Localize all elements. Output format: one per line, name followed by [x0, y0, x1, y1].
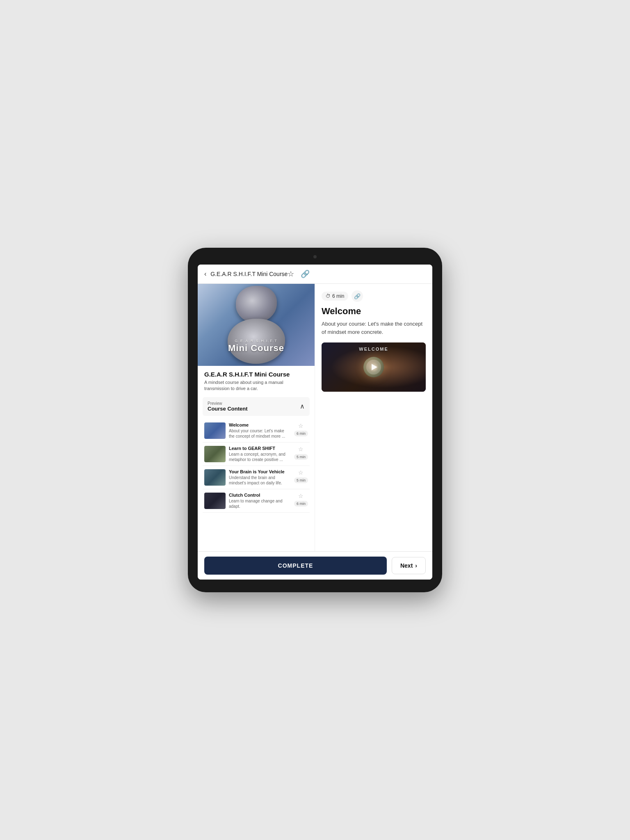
- nav-title: G.E.A.R S.H.I.F.T Mini Course: [210, 271, 288, 277]
- lesson-title: Welcome: [229, 422, 291, 427]
- content-header-text: Preview Course Content: [208, 401, 248, 412]
- lesson-details: Clutch Control Learn to manage change an…: [229, 493, 291, 509]
- tablet-camera: [313, 255, 317, 258]
- collapse-icon[interactable]: ∧: [300, 402, 305, 410]
- lesson-actions: ☆ 6 min: [294, 422, 308, 436]
- lesson-actions: ☆ 5 min: [294, 469, 308, 483]
- lesson-thumbnail-clutch: [204, 493, 226, 509]
- lesson-thumbnail-gear: [204, 446, 226, 462]
- course-name: G.E.A.R S.H.I.F.T Mini Course: [204, 371, 308, 378]
- back-button[interactable]: ‹ G.E.A.R S.H.I.F.T Mini Course: [204, 270, 288, 278]
- star-button[interactable]: ☆: [298, 469, 304, 476]
- lesson-details: Your Brain is Your Vehicle Understand th…: [229, 469, 291, 486]
- lesson-title: Your Brain is Your Vehicle: [229, 469, 291, 474]
- play-button[interactable]: [366, 360, 381, 374]
- course-description: A mindset course about using a manual tr…: [204, 379, 308, 392]
- tablet-screen: ‹ G.E.A.R S.H.I.F.T Mini Course ☆ 🔗: [198, 265, 432, 580]
- next-chevron-icon: ›: [415, 562, 417, 569]
- complete-button[interactable]: COMPLETE: [204, 557, 387, 575]
- lesson-thumbnail-welcome: [204, 422, 226, 439]
- hero-title: Mini Course: [228, 343, 284, 354]
- course-content-section: Preview Course Content ∧ Welcome About y…: [198, 397, 315, 518]
- lesson-actions: ☆ 5 min: [294, 446, 308, 460]
- content-section-title: Course Content: [208, 406, 248, 412]
- lesson-item[interactable]: Welcome About your course: Let's make th…: [203, 419, 310, 443]
- lesson-description: Learn to manage change and adapt.: [229, 498, 291, 509]
- lesson-item[interactable]: Learn to GEAR SHIFT Learn a concept, acr…: [203, 443, 310, 466]
- duration-pill: ⏱ 6 min: [322, 292, 348, 301]
- lesson-item[interactable]: Your Brain is Your Vehicle Understand th…: [203, 466, 310, 489]
- tablet-device: ‹ G.E.A.R S.H.I.F.T Mini Course ☆ 🔗: [188, 248, 442, 592]
- star-button[interactable]: ☆: [298, 422, 304, 429]
- course-info: G.E.A.R S.H.I.F.T Mini Course A mindset …: [198, 366, 315, 397]
- lesson-item[interactable]: Clutch Control Learn to manage change an…: [203, 489, 310, 513]
- content-area: G.E.A.R S.H.I.F.T Mini Course G.E.A.R S.…: [198, 284, 432, 551]
- lesson-title: Learn to GEAR SHIFT: [229, 446, 291, 451]
- video-welcome-text: WELCOME: [359, 347, 388, 352]
- star-button[interactable]: ☆: [298, 493, 304, 499]
- back-icon: ‹: [204, 270, 206, 278]
- lesson-details: Learn to GEAR SHIFT Learn a concept, acr…: [229, 446, 291, 462]
- next-label: Next: [400, 562, 413, 569]
- duration-badge: 5 min: [294, 477, 308, 483]
- lesson-meta: ⏱ 6 min 🔗: [322, 290, 426, 302]
- video-thumbnail[interactable]: WELCOME: [322, 342, 426, 392]
- content-header: Preview Course Content ∧: [203, 397, 310, 416]
- lesson-description: Learn a concept, acronym, and metaphor t…: [229, 452, 291, 462]
- meta-duration-text: 6 min: [332, 293, 344, 299]
- nav-actions: ☆ 🔗: [288, 269, 310, 278]
- preview-label: Preview: [208, 401, 248, 406]
- hero-rocks: [198, 284, 315, 366]
- nav-bar: ‹ G.E.A.R S.H.I.F.T Mini Course ☆ 🔗: [198, 265, 432, 284]
- duration-badge: 6 min: [294, 501, 308, 507]
- next-button[interactable]: Next ›: [392, 557, 426, 574]
- star-button[interactable]: ☆: [298, 446, 304, 452]
- play-triangle-icon: [372, 364, 377, 370]
- hero-text-overlay: G.E.A.R S.H.I.F.T Mini Course: [228, 339, 284, 354]
- lesson-heading: Welcome: [322, 306, 426, 317]
- left-panel: G.E.A.R S.H.I.F.T Mini Course G.E.A.R S.…: [198, 284, 315, 551]
- lesson-about-text: About your course: Let's make the concep…: [322, 320, 426, 336]
- bottom-bar: COMPLETE Next ›: [198, 551, 432, 580]
- clock-icon: ⏱: [326, 293, 331, 299]
- lesson-description: Understand the brain and mindset's impac…: [229, 475, 291, 486]
- lesson-actions: ☆ 6 min: [294, 493, 308, 507]
- duration-badge: 6 min: [294, 431, 308, 436]
- hero-subtitle: G.E.A.R S.H.I.F.T: [228, 339, 284, 343]
- duration-badge: 5 min: [294, 454, 308, 460]
- course-hero-image: G.E.A.R S.H.I.F.T Mini Course: [198, 284, 315, 366]
- share-link-button[interactable]: 🔗: [352, 290, 363, 302]
- lesson-title: Clutch Control: [229, 493, 291, 498]
- link-icon[interactable]: 🔗: [301, 269, 310, 278]
- bookmark-icon[interactable]: ☆: [288, 269, 294, 278]
- right-panel: ⏱ 6 min 🔗 Welcome About your course: Let…: [315, 284, 432, 551]
- lesson-details: Welcome About your course: Let's make th…: [229, 422, 291, 439]
- lesson-thumbnail-brain: [204, 469, 226, 486]
- lesson-description: About your course: Let's make the concep…: [229, 428, 291, 439]
- rock-top: [236, 286, 277, 323]
